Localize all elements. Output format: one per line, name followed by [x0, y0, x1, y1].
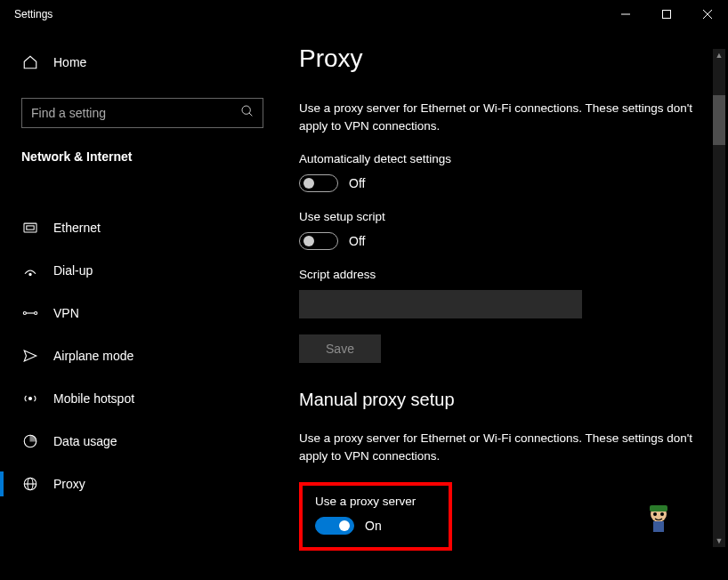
close-icon	[702, 9, 713, 20]
svg-rect-7	[27, 226, 34, 230]
setup-script-toggle[interactable]	[299, 232, 338, 250]
script-address-input[interactable]	[299, 290, 582, 318]
sidebar-item-hotspot[interactable]: Mobile hotspot	[0, 377, 285, 420]
search-icon	[240, 104, 255, 122]
home-label: Home	[53, 55, 86, 69]
svg-point-20	[660, 512, 664, 516]
page-title: Proxy	[299, 44, 698, 73]
maximize-button[interactable]	[646, 0, 687, 28]
minimize-button[interactable]	[605, 0, 646, 28]
use-proxy-state: On	[365, 519, 382, 533]
auto-detect-label: Automatically detect settings	[299, 152, 698, 165]
use-proxy-label: Use a proxy server	[315, 495, 436, 508]
proxy-icon	[21, 475, 39, 493]
sidebar-item-ethernet[interactable]: Ethernet	[0, 206, 285, 249]
window-controls	[605, 0, 728, 28]
use-proxy-toggle[interactable]	[315, 517, 354, 535]
search-container	[21, 98, 263, 128]
minimize-icon	[620, 9, 631, 20]
hotspot-icon	[21, 390, 39, 407]
sidebar-item-proxy[interactable]: Proxy	[0, 463, 285, 505]
svg-point-9	[23, 311, 26, 314]
search-input[interactable]	[21, 98, 263, 128]
setup-script-label: Use setup script	[299, 210, 698, 223]
svg-point-19	[653, 512, 657, 516]
window-title: Settings	[14, 8, 53, 20]
home-icon	[21, 53, 39, 71]
sidebar-item-home[interactable]: Home	[0, 43, 285, 82]
setup-script-state: Off	[349, 234, 365, 248]
maximize-icon	[661, 9, 672, 20]
close-button[interactable]	[687, 0, 728, 28]
manual-proxy-description: Use a proxy server for Ethernet or Wi-Fi…	[299, 430, 698, 464]
svg-rect-1	[663, 11, 671, 19]
sidebar-item-airplane[interactable]: Airplane mode	[0, 334, 285, 377]
vpn-icon	[21, 304, 39, 322]
sidebar-item-label: Mobile hotspot	[53, 391, 134, 406]
scroll-up-icon[interactable]: ▲	[713, 49, 725, 61]
svg-rect-6	[24, 223, 36, 232]
sidebar-item-vpn[interactable]: VPN	[0, 292, 285, 334]
sidebar-item-label: Data usage	[53, 434, 117, 448]
script-address-label: Script address	[299, 268, 698, 281]
sidebar: Home Network & Internet Ethernet Dial-up	[0, 28, 285, 580]
manual-proxy-heading: Manual proxy setup	[299, 390, 698, 410]
svg-rect-21	[653, 521, 664, 532]
datausage-icon	[21, 432, 39, 450]
sidebar-item-label: VPN	[53, 306, 79, 320]
save-button[interactable]: Save	[299, 334, 381, 363]
scroll-down-icon[interactable]: ▼	[713, 535, 725, 547]
sidebar-section-label: Network & Internet	[0, 149, 285, 164]
dialup-icon	[21, 262, 39, 279]
svg-point-12	[29, 398, 32, 400]
avatar	[643, 502, 675, 534]
svg-point-8	[29, 273, 31, 275]
sidebar-item-datausage[interactable]: Data usage	[0, 420, 285, 463]
sidebar-item-label: Ethernet	[53, 221, 101, 235]
svg-point-10	[35, 311, 37, 314]
sidebar-item-dialup[interactable]: Dial-up	[0, 249, 285, 292]
svg-line-5	[249, 113, 252, 116]
sidebar-item-label: Dial-up	[53, 263, 93, 278]
content-area: Proxy Use a proxy server for Ethernet or…	[285, 28, 728, 580]
sidebar-item-label: Airplane mode	[53, 349, 133, 363]
scrollbar-thumb[interactable]	[713, 95, 725, 145]
sidebar-item-label: Proxy	[53, 477, 85, 491]
auto-detect-toggle[interactable]	[299, 174, 338, 192]
ethernet-icon	[21, 219, 39, 237]
airplane-icon	[21, 347, 39, 365]
auto-detect-state: Off	[349, 176, 365, 190]
svg-point-4	[242, 106, 250, 114]
highlight-annotation: Use a proxy server On	[299, 482, 452, 551]
scrollbar[interactable]: ▲ ▼	[713, 49, 725, 547]
proxy-description: Use a proxy server for Ethernet or Wi-Fi…	[299, 100, 698, 134]
svg-rect-18	[650, 505, 667, 512]
